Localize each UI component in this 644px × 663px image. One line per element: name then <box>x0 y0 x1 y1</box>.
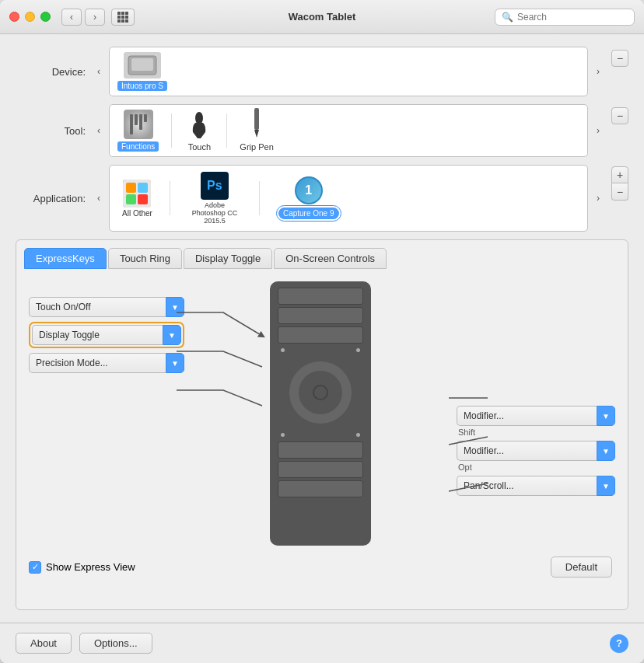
tool-remove-button[interactable]: − <box>611 107 628 124</box>
modifier-label-2: Opt <box>457 462 615 474</box>
all-other-icon <box>123 180 151 208</box>
c1-icon: 1 <box>295 176 323 204</box>
dot-row-2 <box>275 433 366 437</box>
tablet-graphic <box>270 281 371 546</box>
right-dropdown-modifier-2-btn[interactable]: ▼ <box>597 441 615 461</box>
window-title: Wacom Tablet <box>289 11 356 23</box>
app-divider-2 <box>259 181 260 215</box>
tool-item-touch[interactable]: Touch <box>184 110 214 152</box>
app-next[interactable]: › <box>591 189 605 208</box>
device-label: Device: <box>16 66 86 78</box>
functions-icon <box>124 110 153 139</box>
minimize-button[interactable] <box>25 12 35 22</box>
right-dropdown-panscroll: Pan/Scroll... <box>457 476 597 496</box>
dropdown-precision-mode-btn[interactable]: ▼ <box>166 353 184 373</box>
functions-badge: Functions <box>117 141 159 152</box>
nav-buttons: ‹ › <box>61 9 135 26</box>
forward-button[interactable]: › <box>85 9 105 26</box>
tool-item-functions[interactable]: Functions <box>117 110 159 152</box>
dot-row-1 <box>275 348 366 352</box>
application-row: Application: ‹ <box>16 165 628 232</box>
device-prev[interactable]: ‹ <box>92 62 106 81</box>
app-item-all-other[interactable]: All Other <box>117 178 157 219</box>
grid-button[interactable] <box>111 9 135 26</box>
tab-displaytoggle[interactable]: Display Toggle <box>184 248 272 269</box>
tool-divider-1 <box>171 113 172 148</box>
show-express-checkbox[interactable]: ✓ <box>29 561 41 574</box>
dropdown-row-2: Display Toggle ▼ <box>32 325 181 345</box>
bottom-bar: About Options... ? <box>0 623 644 663</box>
app-item-photoshop[interactable]: Ps Adobe Photoshop CC 2015.5 <box>183 170 247 226</box>
dropdown-touch-onoff-btn[interactable]: ▼ <box>166 297 184 317</box>
close-button[interactable] <box>9 12 19 22</box>
device-remove-button[interactable]: − <box>611 50 628 67</box>
search-icon: 🔍 <box>502 12 513 23</box>
tool-divider-2 <box>226 113 227 148</box>
svg-rect-11 <box>126 183 136 193</box>
device-items: Intuos pro S <box>109 47 588 96</box>
search-input[interactable] <box>517 12 626 23</box>
expresskeys-content: Touch On/Off ▼ Display Toggle ▼ <box>16 269 628 609</box>
highlighted-dropdown-container: Display Toggle ▼ <box>29 322 184 348</box>
tool-carousel: ‹ <box>92 104 605 157</box>
express-view-row: ✓ Show Express View Default <box>29 553 615 581</box>
tablet-key-5 <box>278 461 363 478</box>
tablet-key-1 <box>278 288 363 305</box>
options-button[interactable]: Options... <box>79 633 152 654</box>
touch-ring <box>289 361 352 424</box>
tablet-with-connectors <box>270 281 371 546</box>
back-button[interactable]: ‹ <box>61 9 82 26</box>
svg-rect-13 <box>126 194 136 204</box>
svg-rect-1 <box>131 58 153 71</box>
svg-point-7 <box>195 112 203 124</box>
modifier-label-1: Shift <box>457 427 615 439</box>
tablet-key-4 <box>278 441 363 459</box>
device-item-intuos[interactable]: Intuos pro S <box>117 52 167 91</box>
tablet-area <box>184 281 457 546</box>
window: ‹ › Wacom Tablet 🔍 Device: ‹ <box>0 0 644 663</box>
app-item-capture-one[interactable]: 1 Capture One 9 <box>272 175 345 222</box>
tool-next[interactable]: › <box>591 121 605 140</box>
tab-expresskeys[interactable]: ExpressKeys <box>24 248 107 269</box>
svg-rect-4 <box>135 114 138 125</box>
app-remove-button[interactable]: − <box>611 183 628 201</box>
right-dropdown-modifier-1-btn[interactable]: ▼ <box>597 406 615 426</box>
tablet-key-3 <box>278 326 363 344</box>
right-dropdown-row-2: Modifier... ▼ <box>457 441 615 461</box>
svg-marker-9 <box>254 130 259 138</box>
tabs-bar: ExpressKeys Touch Ring Display Toggle On… <box>16 240 628 269</box>
right-dropdown-row-3: Pan/Scroll... ▼ <box>457 476 615 496</box>
dropdown-row-1: Touch On/Off ▼ <box>29 297 184 317</box>
device-next[interactable]: › <box>591 62 605 81</box>
tool-prev[interactable]: ‹ <box>92 121 106 140</box>
tab-touchring[interactable]: Touch Ring <box>108 248 182 269</box>
app-plus-minus: + − <box>611 166 628 201</box>
tool-item-grip-pen[interactable]: Grip Pen <box>240 110 273 152</box>
tablet-dot-bl <box>281 433 285 437</box>
right-dropdown-panscroll-btn[interactable]: ▼ <box>597 476 615 496</box>
show-express-view: ✓ Show Express View <box>29 557 135 578</box>
svg-rect-2 <box>124 110 153 139</box>
traffic-lights <box>9 12 51 22</box>
touch-ring-center <box>313 385 328 400</box>
search-bar[interactable]: 🔍 <box>495 9 635 26</box>
tool-items: Functions Touch <box>109 104 588 157</box>
tool-row: Tool: ‹ <box>16 104 628 157</box>
device-carousel: ‹ Intuos pro S › <box>92 47 605 96</box>
grip-pen-label: Grip Pen <box>240 142 273 152</box>
help-button[interactable]: ? <box>610 634 628 653</box>
app-add-button[interactable]: + <box>611 166 628 183</box>
app-prev[interactable]: ‹ <box>92 189 106 208</box>
maximize-button[interactable] <box>40 12 51 22</box>
ps-icon: Ps <box>201 172 229 200</box>
right-dropdown-group-1: Modifier... ▼ Shift <box>457 406 615 439</box>
tab-onscreen[interactable]: On-Screen Controls <box>274 248 387 269</box>
svg-rect-8 <box>254 108 259 130</box>
dropdown-display-toggle-btn[interactable]: ▼ <box>163 325 181 345</box>
dropdown-row-3: Precision Mode... ▼ <box>29 353 184 373</box>
default-button[interactable]: Default <box>551 557 612 578</box>
tablet-keys-bottom <box>275 441 366 497</box>
tablet-dot-br <box>356 433 360 437</box>
about-button[interactable]: About <box>16 633 72 654</box>
tab-panel: ExpressKeys Touch Ring Display Toggle On… <box>16 239 628 610</box>
